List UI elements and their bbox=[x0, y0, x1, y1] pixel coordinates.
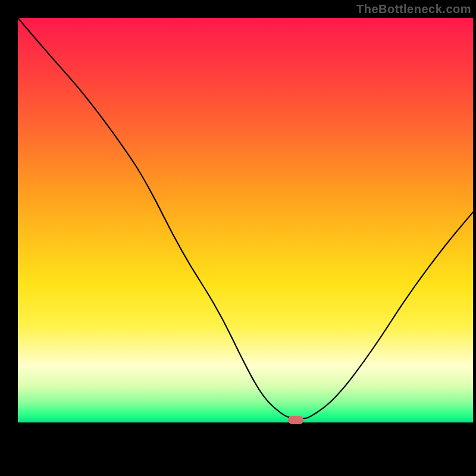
chart-frame: TheBottleneck.com bbox=[0, 0, 476, 476]
bottleneck-curve-svg bbox=[18, 18, 473, 422]
plot-area bbox=[18, 18, 473, 422]
optimal-marker bbox=[288, 416, 303, 424]
bottleneck-curve-path bbox=[18, 18, 473, 418]
watermark-text: TheBottleneck.com bbox=[356, 2, 471, 16]
